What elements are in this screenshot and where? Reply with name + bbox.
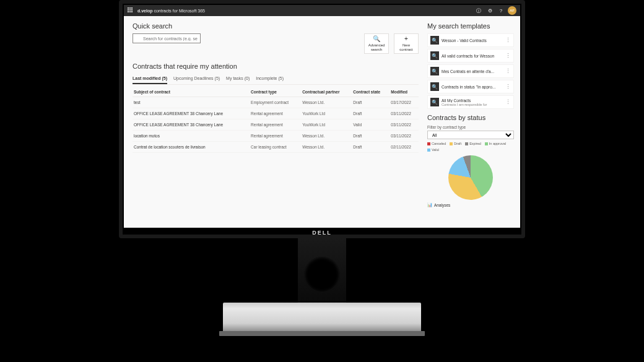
- table-row[interactable]: OFFICE LEASE AGREEMENT 38 Chancery LaneR…: [133, 108, 419, 119]
- contracts-table: Subject of contractContract typeContract…: [133, 87, 419, 153]
- magnifier-icon: 🔍: [430, 36, 439, 45]
- more-icon[interactable]: ⋮: [505, 68, 511, 74]
- chart-icon: 📊: [427, 202, 432, 207]
- settings-icon[interactable]: ⚙: [485, 6, 494, 15]
- col-header[interactable]: Modified: [389, 87, 419, 97]
- template-item[interactable]: 🔍Contracts in status "In appro...⋮: [427, 80, 514, 93]
- quick-search-title: Quick search: [133, 22, 419, 30]
- monitor-brand: DELL: [124, 230, 520, 236]
- table-row[interactable]: location motosRental agreementWesson Ltd…: [133, 131, 419, 142]
- template-item[interactable]: 🔍Mes Contrats en attente d'a...⋮: [427, 64, 514, 78]
- filter-contract-type[interactable]: All: [427, 131, 514, 139]
- templates-title: My search templates: [427, 22, 514, 30]
- avatar[interactable]: AF: [508, 6, 516, 15]
- magnifier-icon: 🔍: [430, 67, 439, 75]
- tab-last-modified-[interactable]: Last modified (5): [133, 74, 167, 84]
- more-icon[interactable]: ⋮: [505, 37, 511, 43]
- attention-tabs: Last modified (5)Upcoming Deadlines (5)M…: [133, 74, 419, 85]
- new-contract-button[interactable]: + New contract: [394, 33, 419, 54]
- tab-upcoming-deadlines-[interactable]: Upcoming Deadlines (5): [173, 74, 220, 84]
- status-legend: Canceled Draft Expired In approval Valid: [427, 142, 514, 152]
- status-title: Contracts by status: [427, 114, 514, 121]
- col-header[interactable]: Contract state: [352, 87, 389, 97]
- magnifier-icon: 🔍: [430, 98, 439, 106]
- magnifier-icon: 🔍: [430, 82, 439, 91]
- advanced-search-button[interactable]: 🔍 Advanced search: [364, 33, 389, 54]
- info-icon[interactable]: ⓘ: [474, 6, 483, 15]
- table-row[interactable]: OFFICE LEASE AGREEMENT 38 Chancery LaneR…: [133, 119, 419, 131]
- more-icon[interactable]: ⋮: [505, 99, 511, 105]
- table-row[interactable]: testEmployment contractWesson Ltd.Draft0…: [133, 97, 419, 108]
- app-header: d.velop contracts for Microsoft 365 ⓘ ⚙ …: [124, 5, 520, 16]
- magnifier-icon: 🔍: [430, 51, 439, 60]
- tab-my-tasks-[interactable]: My tasks (0): [226, 74, 250, 84]
- col-header[interactable]: Contractual partner: [301, 87, 352, 97]
- template-item[interactable]: 🔍All My ContractsContracts I am responsi…: [427, 95, 514, 109]
- help-icon[interactable]: ?: [497, 6, 505, 15]
- more-icon[interactable]: ⋮: [505, 53, 511, 59]
- col-header[interactable]: Contract type: [250, 87, 301, 97]
- attention-title: Contracts that require my attention: [133, 62, 419, 70]
- col-header[interactable]: Subject of contract: [133, 87, 250, 97]
- status-pie-chart: [448, 155, 493, 200]
- magnifier-icon: 🔍: [366, 36, 387, 42]
- table-row[interactable]: Contrat de location scooters de livraiso…: [133, 142, 419, 153]
- template-item[interactable]: 🔍Wesson - Valid Contracts⋮: [427, 33, 514, 47]
- template-item[interactable]: 🔍All valid contracts for Wesson⋮: [427, 49, 514, 62]
- tab-incomplete-[interactable]: Incomplete (5): [256, 74, 284, 84]
- analyses-link[interactable]: 📊 Analyses: [427, 202, 514, 207]
- app-launcher-icon[interactable]: [128, 7, 134, 14]
- more-icon[interactable]: ⋮: [505, 84, 511, 90]
- app-title: d.velop contracts for Microsoft 365: [137, 9, 205, 13]
- plus-icon: +: [396, 36, 417, 42]
- filter-label: Filter by contract type: [427, 125, 514, 129]
- search-input[interactable]: [133, 33, 201, 43]
